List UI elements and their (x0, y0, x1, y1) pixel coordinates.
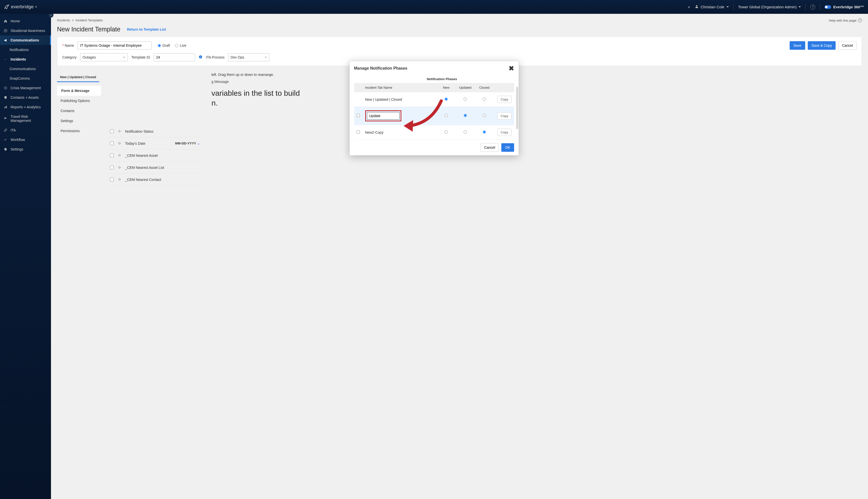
copy-button[interactable]: Copy (497, 96, 511, 103)
tab-name-text: New | Updated | Closed (363, 92, 437, 107)
phase-radio[interactable] (445, 130, 448, 134)
copy-button[interactable]: Copy (497, 129, 511, 136)
modal-ok-button[interactable]: OK (501, 143, 514, 152)
phase-radio[interactable] (464, 130, 467, 134)
modal-title: Manage Notification Phases (354, 66, 408, 71)
phase-radio[interactable] (445, 97, 448, 101)
phase-row: New | Updated | ClosedCopy (354, 92, 514, 107)
col-updated: Updated (456, 83, 475, 92)
phase-radio[interactable] (483, 114, 486, 117)
phase-radio[interactable] (445, 114, 448, 117)
tab-name-input[interactable] (367, 112, 400, 120)
close-icon[interactable]: ✖ (509, 65, 514, 72)
phase-radio[interactable] (464, 97, 467, 101)
col-tab-name: Incident Tab Name (363, 83, 437, 92)
modal-scrollbar[interactable] (516, 87, 518, 140)
copy-button[interactable]: Copy (497, 112, 511, 120)
phase-radio[interactable] (483, 97, 486, 101)
col-closed: Closed (475, 83, 494, 92)
row-checkbox[interactable] (357, 114, 360, 117)
phase-radio[interactable] (464, 114, 467, 117)
row-checkbox[interactable] (357, 130, 360, 134)
phase-radio[interactable] (483, 130, 486, 134)
phases-caption: Notification Phases (408, 76, 476, 83)
tab-name-text: New2-Copy (363, 125, 437, 140)
phase-row: New2-CopyCopy (354, 125, 514, 140)
phase-row: Copy (354, 107, 514, 125)
modal-cancel-button[interactable]: Cancel (481, 143, 499, 152)
col-new: New (437, 83, 456, 92)
